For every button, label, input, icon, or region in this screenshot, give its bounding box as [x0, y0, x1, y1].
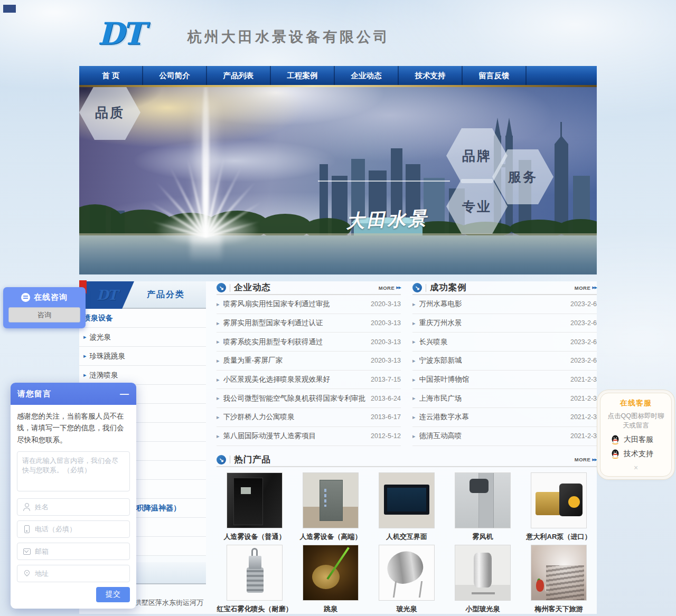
product-image[interactable] [303, 545, 359, 601]
qq-contact-label[interactable]: 大田客服 [624, 435, 653, 444]
product-card[interactable]: 人机交互界面 [369, 469, 445, 542]
product-name[interactable]: 人造雾设备（高端） [293, 532, 369, 542]
qq-contact-item[interactable]: 大田客服 [611, 435, 666, 444]
news-list: ▸ 喷雾风扇实用性国家专利通过审批 2020-3-13 ▸ 雾屏实用新型国家专利… [217, 295, 401, 446]
message-textarea[interactable] [17, 451, 130, 491]
product-name[interactable]: 意大利AR泵（进口） [521, 532, 597, 542]
news-item[interactable]: ▸ 小区景观美化选择喷泉景观效果好 2013-7-15 [217, 371, 401, 390]
consult-title: 在线咨询 [34, 292, 68, 302]
case-item-title[interactable]: 长兴喷泉 [419, 337, 448, 347]
product-image[interactable] [303, 472, 359, 528]
product-card[interactable]: 小型玻光泉 [445, 542, 521, 614]
product-name[interactable]: 人造雾设备（普通） [217, 532, 293, 542]
product-image[interactable] [379, 545, 435, 601]
divider [230, 284, 230, 292]
field-input[interactable] [35, 547, 128, 555]
product-name[interactable]: 梅州客天下旅游 [521, 604, 597, 614]
case-item-title[interactable]: 宁波东部新城 [419, 356, 462, 365]
category-label[interactable]: 喷泉设备 [83, 314, 113, 323]
product-name[interactable]: 红宝石雾化喷头（耐磨） [217, 604, 293, 614]
category-item[interactable]: ▸ 喷泉设备 [79, 309, 206, 328]
category-item[interactable]: ▸ 涟漪喷泉 [79, 366, 206, 385]
nav-item[interactable]: 技术支持 [399, 66, 463, 85]
news-item[interactable]: ▸ 喷雾风扇实用性国家专利通过审批 2020-3-13 [217, 295, 401, 314]
news-item-title[interactable]: 质量为重-雾屏厂家 [223, 356, 283, 365]
news-item[interactable]: ▸ 喷雾系统实用新型专利获得通过 2020-3-13 [217, 333, 401, 352]
product-name[interactable]: 跳泉 [293, 604, 369, 614]
case-item[interactable]: ▸ 上海市民广场 2021-2-3 [412, 389, 597, 408]
category-label[interactable]: 珍珠跳跳泉 [90, 352, 126, 361]
case-item-title[interactable]: 连云港数字水幕 [419, 412, 470, 422]
product-image[interactable] [531, 472, 587, 528]
field-input[interactable] [35, 570, 128, 577]
product-image[interactable] [455, 472, 511, 528]
product-image[interactable] [455, 545, 511, 601]
news-more-link[interactable]: MORE ▶▶ [379, 285, 401, 291]
case-item[interactable]: ▸ 德清互动高喷 2021-2-3 [412, 427, 597, 446]
case-item[interactable]: ▸ 宁波东部新城 2023-2-6 [412, 352, 597, 371]
news-item-title[interactable]: 雾屏实用新型国家专利通过认证 [223, 318, 323, 328]
product-image[interactable] [227, 472, 283, 528]
news-item-title[interactable]: 小区景观美化选择喷泉景观效果好 [223, 375, 331, 384]
product-card[interactable]: 玻光泉 [369, 542, 445, 614]
category-item[interactable]: ▸ 珍珠跳跳泉 [79, 347, 206, 366]
category-label[interactable]: 波光泉 [90, 333, 111, 342]
close-icon[interactable]: × [606, 463, 666, 472]
product-image[interactable] [531, 545, 587, 601]
product-name[interactable]: 小型玻光泉 [445, 604, 521, 614]
nav-item[interactable]: 留言反馈 [463, 66, 527, 85]
product-card[interactable]: 意大利AR泵（进口） [521, 469, 597, 542]
nav-item[interactable]: 产品列表 [207, 66, 271, 85]
cases-more-link[interactable]: MORE ▶▶ [575, 285, 597, 291]
product-card[interactable]: 梅州客天下旅游 [521, 542, 597, 614]
case-item-title[interactable]: 德清互动高喷 [419, 431, 462, 441]
nav-item[interactable]: 首 页 [79, 66, 143, 85]
submit-button[interactable]: 提交 [96, 587, 130, 602]
case-item[interactable]: ▸ 连云港数字水幕 2021-2-3 [412, 408, 597, 427]
qq-contact-label[interactable]: 技术支持 [624, 449, 653, 459]
case-item-title[interactable]: 重庆万州水景 [419, 318, 462, 328]
case-item-title[interactable]: 上海市民广场 [419, 394, 462, 403]
case-item[interactable]: ▸ 重庆万州水景 2023-2-6 [412, 314, 597, 333]
product-image[interactable] [379, 472, 435, 528]
news-item-title[interactable]: 喷雾风扇实用性国家专利通过审批 [223, 299, 331, 309]
field-input[interactable] [35, 503, 128, 511]
news-item[interactable]: ▸ 我公司微型智能空气除臭机获得国家专利审批 2013-6-24 [217, 389, 401, 408]
news-item-title[interactable]: 我公司微型智能空气除臭机获得国家专利审批 [223, 394, 366, 403]
case-item[interactable]: ▸ 万州水幕电影 2023-2-6 [412, 295, 597, 314]
minimize-icon[interactable]: — [120, 390, 129, 399]
category-item[interactable]: ▸ 波光泉 [79, 328, 206, 347]
product-card[interactable]: 人造雾设备（高端） [293, 469, 369, 542]
news-item-title[interactable]: 喷雾系统实用新型专利获得通过 [223, 337, 323, 347]
product-name[interactable]: 玻光泉 [369, 604, 445, 614]
nav-item[interactable]: 企业动态 [335, 66, 399, 85]
field-input[interactable] [35, 525, 128, 533]
news-item[interactable]: ▸ 第八届国际动漫节人造雾项目 2012-5-12 [217, 427, 401, 446]
qq-contact-item[interactable]: 技术支持 [611, 449, 666, 459]
news-item-date: 2012-5-12 [371, 432, 401, 440]
product-image[interactable] [227, 545, 283, 601]
case-item[interactable]: ▸ 长兴喷泉 2023-2-6 [412, 333, 597, 352]
product-card[interactable]: 雾风机 [445, 469, 521, 542]
case-item-title[interactable]: 万州水幕电影 [419, 299, 462, 309]
news-item[interactable]: ▸ 下沙群桥人力公寓喷泉 2013-6-17 [217, 408, 401, 427]
category-label[interactable]: 涟漪喷泉 [90, 371, 118, 380]
cases-section: ↘ 成功案例 MORE ▶▶ ▸ 万州 [412, 281, 597, 446]
products-more-link[interactable]: MORE ▶▶ [575, 457, 597, 462]
product-card[interactable]: 跳泉 [293, 542, 369, 614]
news-item-title[interactable]: 第八届国际动漫节人造雾项目 [223, 431, 316, 441]
product-card[interactable]: 红宝石雾化喷头（耐磨） [217, 542, 293, 614]
product-name[interactable]: 人机交互界面 [369, 532, 445, 542]
nav-item[interactable]: 工程案例 [271, 66, 335, 85]
case-item-title[interactable]: 中国茶叶博物馆 [419, 375, 470, 384]
news-item[interactable]: ▸ 质量为重-雾屏厂家 2020-3-13 [217, 352, 401, 371]
divider [230, 456, 230, 463]
consult-button[interactable]: 咨询 [8, 307, 80, 323]
nav-item[interactable]: 公司简介 [143, 66, 207, 85]
product-name[interactable]: 雾风机 [445, 532, 521, 542]
news-item[interactable]: ▸ 雾屏实用新型国家专利通过认证 2020-3-13 [217, 314, 401, 333]
product-card[interactable]: 人造雾设备（普通） [217, 469, 293, 542]
case-item[interactable]: ▸ 中国茶叶博物馆 2021-2-3 [412, 371, 597, 390]
news-item-title[interactable]: 下沙群桥人力公寓喷泉 [223, 412, 295, 422]
arrow-bullet-icon: ▸ [412, 357, 416, 364]
